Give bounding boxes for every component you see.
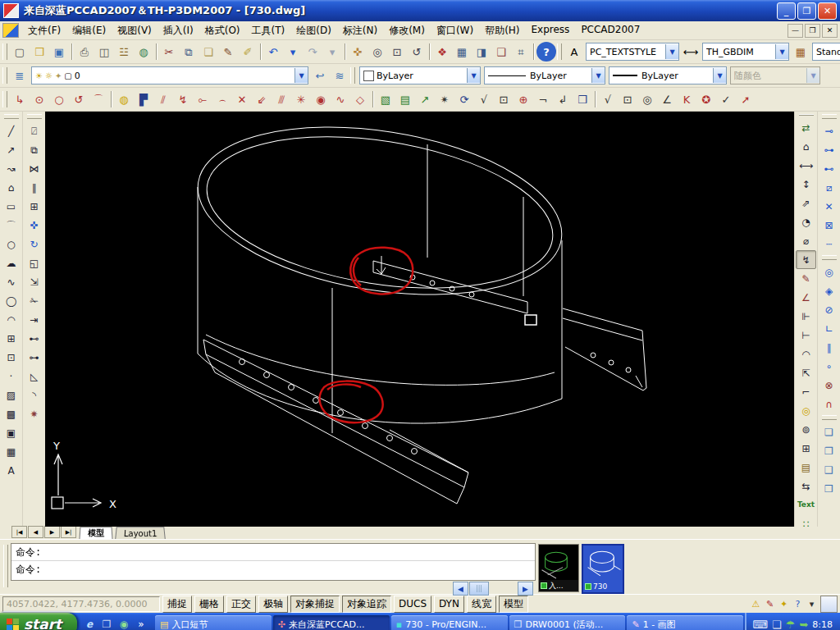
stretch-icon[interactable]: ⇲ [24,272,44,291]
kb-mark-icon[interactable]: K [677,89,696,109]
mirror-icon[interactable]: ⋈ [24,159,44,178]
undo-menu-icon[interactable]: ▾ [283,42,303,62]
mdi-restore-button[interactable]: ❐ [805,24,820,38]
break-line-icon[interactable]: ↯ [173,89,193,109]
help-icon[interactable]: ? [536,42,556,62]
layer-freeze-icon[interactable]: ☼ [45,71,52,80]
draworder-above-icon[interactable]: ❑ [819,460,839,479]
toggle-dyn[interactable]: DYN [434,596,464,613]
revcloud-icon[interactable]: ☁ [1,253,21,272]
angle-mark-icon[interactable]: ⇙ [252,89,272,109]
roughness-2-icon[interactable]: √ [598,89,618,109]
datum-circle-icon[interactable]: ⊕ [514,89,533,109]
projection-symbol-icon[interactable]: ◎ [637,89,657,109]
cut-icon[interactable]: ✂ [159,42,179,62]
layer-states-icon[interactable]: ≋ [330,66,349,85]
match-properties-icon[interactable]: ✎ [218,42,238,62]
web-icon[interactable]: ◍ [134,42,153,62]
line-icon[interactable]: ╱ [1,121,21,140]
toolbar-grip[interactable] [822,114,837,119]
communication-warning-icon[interactable]: ⚠ [749,597,763,611]
color-combo[interactable]: ByLayer ▼ [359,66,481,84]
menu-item-11[interactable]: Express [526,22,576,39]
task-drw[interactable]: ❒DRW0001 (活动... [509,615,626,630]
show-desktop-icon[interactable]: ❐ [100,618,113,630]
cross-mark-icon[interactable]: ✕ [232,89,252,109]
close-button[interactable]: ✕ [818,2,837,20]
layer-lock-icon[interactable]: ✦ [55,71,62,80]
doc-thumb-730[interactable]: 730 [582,544,624,594]
status-menu-icon[interactable]: ▾ [805,597,819,611]
star-mark-icon[interactable]: ✳ [291,89,311,109]
wave-line-icon[interactable]: ∿ [331,89,350,109]
extend-icon[interactable]: ⇥ [24,310,44,329]
umbrella-icon[interactable]: ☂ [786,619,796,630]
tool-palettes-icon[interactable]: ◨ [472,42,491,62]
scroll-left-icon[interactable]: ◀ [453,582,468,596]
frame-value-icon[interactable]: ⊡ [494,89,514,109]
toggle-polar[interactable]: 极轴 [258,596,288,613]
markup-icon[interactable]: ❑ [491,42,511,62]
toolbar-grip[interactable] [350,67,355,84]
toolbar-grip[interactable] [2,43,7,60]
arc2-draw-icon[interactable]: ⌒ [89,89,108,109]
menu-item-0[interactable]: 文件(F) [22,22,66,39]
task-proe[interactable]: ▪730 - Pro/ENGIN... [391,615,508,630]
dim-text-edit-icon[interactable]: ✎ [796,269,816,288]
spline-icon[interactable]: ∿ [1,272,21,291]
region-icon[interactable]: ▣ [1,423,21,442]
tolerance-frame-icon[interactable]: ⊞ [796,439,816,458]
dim-jogged-icon[interactable]: ↯ [796,250,816,269]
explode-icon[interactable]: ✷ [24,404,44,423]
linetype-combo[interactable]: ByLayer ▼ [484,66,605,84]
dim-radius-icon[interactable]: ◔ [796,212,816,231]
break-icon[interactable]: ⊶ [24,348,44,367]
inspect-icon[interactable]: ⊚ [796,420,816,439]
toggle-ortho[interactable]: 正交 [226,596,256,613]
tab-nav-3[interactable]: ▶| [61,526,76,538]
point-draw-icon[interactable]: ⊙ [30,89,49,109]
snap-intersection-icon[interactable]: ✕ [819,197,839,216]
layer-previous-icon[interactable]: ↩ [310,66,330,85]
green-app-icon[interactable]: ◉ [117,618,130,630]
command-scrollbar[interactable]: ◀ ||| ▶ [453,582,533,594]
draworder-under-icon[interactable]: ❒ [819,479,839,498]
tab-nav-2[interactable]: ▶ [44,526,60,538]
image-frame-icon[interactable]: ❒ [573,89,592,109]
dots-tool-icon[interactable]: ∷ [796,514,816,533]
command-input-line[interactable]: 命令: [11,561,535,578]
clean-screen-button[interactable] [820,596,838,613]
menu-item-7[interactable]: 标注(N) [337,22,383,39]
mdi-minimize-button[interactable]: — [788,24,803,38]
snap-center-icon[interactable]: ◎ [819,262,839,281]
snap-quadrant-icon[interactable]: ◈ [819,281,839,300]
network-icon[interactable]: ❏ [772,619,782,630]
toolbar-grip[interactable] [2,91,7,107]
dim-diameter-icon[interactable]: ⌀ [796,231,816,250]
updates-icon[interactable]: ➥ [799,619,808,630]
dim-style-icon[interactable]: ⟷ [681,42,701,62]
menu-item-8[interactable]: 修改(M) [383,22,431,39]
rotate-icon[interactable]: ↻ [24,235,44,253]
gradient-icon[interactable]: ▩ [1,404,21,423]
dim-block-icon[interactable]: ▤ [796,458,816,477]
snap-tracking-icon[interactable]: ⊸ [819,121,839,140]
dim-baseline-icon[interactable]: ⊩ [796,307,816,326]
command-box[interactable]: 命令: 命令: [11,543,536,581]
menu-item-9[interactable]: 窗口(W) [431,22,479,39]
paste-icon[interactable]: ❏ [199,42,218,62]
toolbar-grip[interactable] [557,43,562,60]
snap-apparent-icon[interactable]: ⊠ [819,216,839,235]
erase-icon[interactable]: ⍁ [24,121,44,140]
task-entry-folder[interactable]: ▤入口短节 [155,615,272,630]
arc-icon[interactable]: ⌒ [1,216,21,235]
polyline-icon[interactable]: ↝ [1,159,21,178]
snap-nearest-icon[interactable]: ⊗ [819,376,839,395]
new-icon[interactable]: ▢ [10,42,30,62]
chevron-down-icon[interactable]: ▼ [294,68,308,83]
double-hatch-icon[interactable]: ⫻ [272,89,291,109]
centerline-icon[interactable]: ↳ [10,89,30,109]
polygon-icon[interactable]: ⌂ [1,178,21,197]
text-tool-icon[interactable]: Text [796,495,816,514]
redo-menu-icon[interactable]: ▾ [322,42,342,62]
